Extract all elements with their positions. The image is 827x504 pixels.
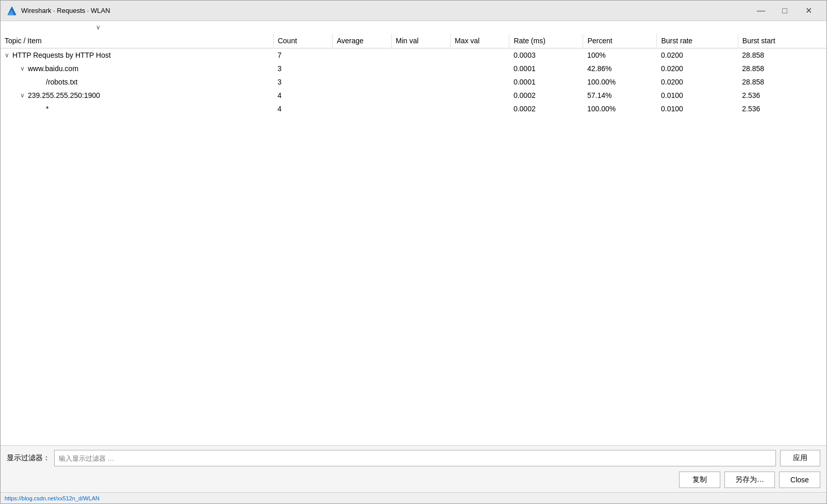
cell-bstart: 28.858 [738, 48, 826, 62]
col-header-count[interactable]: Count [273, 33, 332, 48]
copy-button[interactable]: 复制 [679, 472, 720, 488]
cell-topic: ∨HTTP Requests by HTTP Host [1, 48, 273, 62]
cell-rate: 0.0002 [509, 89, 583, 102]
cell-topic-text: * [46, 105, 48, 113]
cell-average [333, 75, 391, 89]
cell-burst: 0.0200 [657, 62, 738, 75]
cell-count: 3 [273, 75, 332, 89]
title-bar: Wireshark · Requests · WLAN — □ ✕ [1, 1, 826, 21]
cell-minval [391, 102, 450, 115]
cell-maxval [450, 48, 509, 62]
apply-button[interactable]: 应用 [780, 450, 820, 466]
filter-input[interactable] [54, 450, 776, 466]
expand-icon[interactable]: ∨ [20, 92, 25, 99]
cell-bstart: 2.536 [738, 102, 826, 115]
filter-label: 显示过滤器： [7, 453, 50, 463]
minimize-button[interactable]: — [749, 1, 773, 21]
action-row: 复制 另存为… Close [7, 472, 820, 488]
cell-burst: 0.0200 [657, 75, 738, 89]
cell-topic: * [1, 102, 273, 115]
window-controls: — □ ✕ [749, 1, 820, 21]
sort-chevron-icon: ∨ [96, 24, 101, 31]
bottom-bar: 显示过滤器： 应用 复制 另存为… Close [1, 445, 826, 492]
status-text: https://blog.csdn.net/xx512n_d/WLAN [5, 495, 100, 501]
expand-icon[interactable]: ∨ [5, 52, 9, 59]
cell-topic-text: HTTP Requests by HTTP Host [12, 51, 111, 59]
cell-topic: ∨www.baidu.com [1, 62, 273, 75]
cell-topic-text: /robots.txt [46, 78, 77, 86]
saveas-button[interactable]: 另存为… [724, 472, 775, 488]
col-header-rate[interactable]: Rate (ms) [509, 33, 583, 48]
col-header-minval[interactable]: Min val [391, 33, 450, 48]
cell-count: 3 [273, 62, 332, 75]
cell-topic-text: www.baidu.com [28, 64, 78, 73]
table-row[interactable]: ∨239.255.255.250:190040.000257.14%0.0100… [1, 89, 826, 102]
cell-topic: /robots.txt [1, 75, 273, 89]
cell-topic-text: 239.255.255.250:1900 [28, 91, 100, 99]
sort-indicator: ∨ [1, 21, 826, 33]
requests-table: Topic / Item Count Average Min val Max v [1, 33, 826, 115]
maximize-button[interactable]: □ [773, 1, 797, 21]
table-area: ∨ Topic / Item Count Average [1, 21, 826, 445]
col-header-maxval[interactable]: Max val [450, 33, 509, 48]
table-row[interactable]: ∨HTTP Requests by HTTP Host70.0003100%0.… [1, 48, 826, 62]
cell-percent: 57.14% [583, 89, 657, 102]
table-row[interactable]: ∨www.baidu.com30.000142.86%0.020028.858 [1, 62, 826, 75]
cell-average [333, 62, 391, 75]
cell-bstart: 28.858 [738, 75, 826, 89]
col-header-burst[interactable]: Burst rate [657, 33, 738, 48]
cell-burst: 0.0100 [657, 102, 738, 115]
cell-rate: 0.0001 [509, 75, 583, 89]
col-header-topic[interactable]: Topic / Item [1, 33, 273, 48]
cell-average [333, 48, 391, 62]
table-header-row: Topic / Item Count Average Min val Max v [1, 33, 826, 48]
cell-burst: 0.0100 [657, 89, 738, 102]
close-window-button[interactable]: ✕ [797, 1, 820, 21]
cell-average [333, 89, 391, 102]
cell-maxval [450, 102, 509, 115]
expand-icon[interactable]: ∨ [20, 65, 25, 72]
cell-minval [391, 89, 450, 102]
cell-minval [391, 75, 450, 89]
cell-percent: 100% [583, 48, 657, 62]
cell-maxval [450, 89, 509, 102]
cell-minval [391, 48, 450, 62]
cell-rate: 0.0002 [509, 102, 583, 115]
col-header-bstart[interactable]: Burst start [738, 33, 826, 48]
filter-row: 显示过滤器： 应用 [7, 450, 820, 466]
cell-burst: 0.0200 [657, 48, 738, 62]
col-header-average[interactable]: Average [333, 33, 391, 48]
main-window: Wireshark · Requests · WLAN — □ ✕ ∨ Topi… [0, 0, 827, 504]
cell-count: 4 [273, 102, 332, 115]
main-content: ∨ Topic / Item Count Average [1, 21, 826, 445]
cell-minval [391, 62, 450, 75]
cell-bstart: 2.536 [738, 89, 826, 102]
table-row[interactable]: /robots.txt30.0001100.00%0.020028.858 [1, 75, 826, 89]
status-bar: https://blog.csdn.net/xx512n_d/WLAN [1, 492, 826, 503]
cell-percent: 100.00% [583, 75, 657, 89]
app-icon [7, 6, 17, 16]
col-header-percent[interactable]: Percent [583, 33, 657, 48]
cell-percent: 100.00% [583, 102, 657, 115]
cell-topic: ∨239.255.255.250:1900 [1, 89, 273, 102]
table-row[interactable]: *40.0002100.00%0.01002.536 [1, 102, 826, 115]
cell-maxval [450, 75, 509, 89]
cell-average [333, 102, 391, 115]
cell-rate: 0.0001 [509, 62, 583, 75]
cell-bstart: 28.858 [738, 62, 826, 75]
cell-count: 7 [273, 48, 332, 62]
cell-rate: 0.0003 [509, 48, 583, 62]
close-button[interactable]: Close [779, 472, 820, 488]
cell-percent: 42.86% [583, 62, 657, 75]
window-title: Wireshark · Requests · WLAN [21, 7, 749, 14]
cell-maxval [450, 62, 509, 75]
cell-count: 4 [273, 89, 332, 102]
